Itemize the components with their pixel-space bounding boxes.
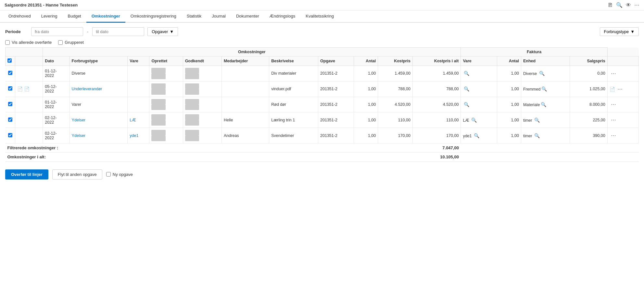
row4-actions[interactable]: ⋯ (607, 112, 638, 128)
row2-enhed-search-icon[interactable]: 🔍 (540, 86, 548, 92)
select-all-header[interactable] (6, 56, 15, 66)
col-medarbejder: Medarbejder (222, 56, 269, 66)
row2-doc-icon[interactable]: 📄 (17, 86, 23, 92)
col-salgspris: Salgspris (570, 56, 607, 66)
row1-enhed-search-icon[interactable]: 🔍 (538, 70, 546, 76)
forbrugstype-chevron-icon: ▼ (630, 29, 635, 34)
row5-forbrugstype-link[interactable]: Ydelser (72, 133, 85, 138)
more-icon[interactable]: ⋯ (634, 2, 639, 8)
row4-vare-search-icon[interactable]: 🔍 (470, 117, 478, 123)
grupperet-checkbox[interactable] (58, 40, 63, 45)
tab-journal[interactable]: Journal (207, 10, 231, 23)
row2-forbrugstype-link[interactable]: Underleverandør (72, 87, 102, 91)
row4-forbrugstype-link[interactable]: Ydelser (72, 118, 85, 122)
row3-checkbox[interactable] (8, 102, 12, 106)
row5-enhed-search-icon[interactable]: 🔍 (533, 133, 541, 139)
row5-beskrivelse: Svendetimer (269, 128, 318, 143)
tab-statistik[interactable]: Statistik (182, 10, 207, 23)
row1-faktura-enhed: Diverse 🔍 (521, 66, 570, 81)
tab-bar: Ordrehoved Levering Budget Omkostninger … (0, 10, 644, 23)
document-icon[interactable]: 🖹 (608, 2, 613, 8)
row2-kostpris-ialt: 788,00 (412, 81, 461, 97)
row1-vare-search-icon[interactable]: 🔍 (463, 70, 470, 76)
transfer-btn[interactable]: Overfør til linjer (5, 169, 48, 179)
col-faktura-vare: Vare (461, 56, 497, 66)
col-header-row: Dato Forbrugstype Vare Oprettet Godkendt… (6, 56, 639, 66)
row4-icons (15, 112, 43, 128)
grupperet-checkbox-label[interactable]: Grupperet (58, 40, 84, 45)
row1-checkbox-cell[interactable] (6, 66, 15, 81)
eye-icon[interactable]: 👁 (626, 2, 631, 8)
row2-pdf-icon[interactable]: 📄 (24, 86, 30, 92)
tab-aendringslogs[interactable]: Ændringslogs (264, 10, 301, 23)
row2-faktura-enhed: Fremmed🔍 (521, 81, 570, 97)
row3-forbrugstype: Varer (69, 97, 128, 112)
move-btn[interactable]: Flyt til anden opgave (52, 169, 102, 179)
fra-dato-input[interactable] (31, 27, 83, 36)
row2-vare-search-icon[interactable]: 🔍 (463, 86, 470, 92)
row3-enhed-search-icon[interactable]: 🔍 (540, 102, 547, 107)
row2-vare (128, 81, 149, 97)
forbrugstype-dropdown[interactable]: Forbrugstype ▼ (600, 27, 639, 36)
row3-more-btn[interactable]: ⋯ (610, 101, 617, 107)
row1-more-btn[interactable]: ⋯ (610, 70, 617, 77)
new-task-label: Ny opgave (113, 172, 133, 177)
row4-enhed-search-icon[interactable]: 🔍 (533, 117, 541, 123)
row4-vare-link[interactable]: LÆ (130, 118, 136, 122)
til-dato-input[interactable] (92, 27, 144, 36)
tab-dokumenter[interactable]: Dokumenter (231, 10, 264, 23)
tab-budget[interactable]: Budget (63, 10, 86, 23)
row3-godkendt: BlurredBlurred (183, 97, 221, 112)
row3-checkbox-cell[interactable] (6, 97, 15, 112)
vis-allerede-checkbox-label[interactable]: Vis allerede overførte (5, 40, 52, 45)
col-dato: Dato (43, 56, 69, 66)
row2-kostpris: 788,00 (378, 81, 413, 97)
search-document-icon[interactable]: 🔍 (616, 2, 623, 8)
row3-vare-search-icon[interactable]: 🔍 (463, 102, 470, 107)
row3-actions[interactable]: ⋯ (607, 97, 638, 112)
row5-checkbox[interactable] (8, 133, 12, 137)
row1-actions[interactable]: ⋯ (607, 66, 638, 81)
row2-antal: 1,00 (354, 81, 378, 97)
tab-ordrehoved[interactable]: Ordrehoved (3, 10, 36, 23)
row4-more-btn[interactable]: ⋯ (610, 117, 617, 123)
row2-checkbox[interactable] (8, 86, 12, 91)
row2-actions[interactable]: 📄 ⋯ (607, 81, 638, 97)
tab-omkostninger[interactable]: Omkostninger (86, 10, 125, 23)
row3-icons (15, 97, 43, 112)
periode-label: Periode (5, 29, 28, 34)
new-task-checkbox-label[interactable]: Ny opgave (106, 172, 133, 177)
filtered-value: 7.047,00 (412, 143, 461, 152)
opgaver-dropdown[interactable]: Opgaver ▼ (147, 27, 178, 36)
row4-checkbox[interactable] (8, 117, 12, 122)
col-godkendt: Godkendt (183, 56, 221, 66)
row5-vare-search-icon[interactable]: 🔍 (473, 133, 480, 139)
table-row: 02-12-2022 Ydelser yde1 BlurredBlurred B… (6, 128, 639, 143)
group-header-faktura: Faktura (461, 48, 607, 56)
content-area: Periode - Opgaver ▼ Forbrugstype ▼ Vis a… (0, 23, 644, 187)
row5-vare-link[interactable]: yde1 (130, 133, 138, 138)
row2-checkbox-cell[interactable] (6, 81, 15, 97)
row5-faktura-enhed: timer 🔍 (521, 128, 570, 143)
row3-kostpris: 4.520,00 (378, 97, 413, 112)
col-faktura-antal: Antal (497, 56, 521, 66)
row1-checkbox[interactable] (8, 71, 12, 75)
new-task-checkbox[interactable] (106, 172, 111, 177)
row5-checkbox-cell[interactable] (6, 128, 15, 143)
select-all-checkbox[interactable] (7, 58, 12, 63)
row5-dato: 02-12-2022 (43, 128, 69, 143)
row1-faktura-vare: 🔍 (461, 66, 497, 81)
row4-dato: 02-12-2022 (43, 112, 69, 128)
col-faktura-enhed: Enhed (521, 56, 570, 66)
tab-levering[interactable]: Levering (36, 10, 63, 23)
row2-more-btn[interactable]: ⋯ (616, 86, 624, 92)
row2-faktura-vare: 🔍 (461, 81, 497, 97)
row2-doc-attach-icon[interactable]: 📄 (610, 87, 615, 92)
row2-godkendt: BlurredBlurred (183, 81, 221, 97)
tab-kvalitetssikring[interactable]: Kvalitetssikring (300, 10, 339, 23)
row5-actions[interactable]: ⋯ (607, 128, 638, 143)
row5-more-btn[interactable]: ⋯ (610, 132, 617, 139)
vis-allerede-checkbox[interactable] (5, 40, 10, 45)
tab-omkostningsregistrering[interactable]: Omkostningsregistrering (125, 10, 182, 23)
row4-checkbox-cell[interactable] (6, 112, 15, 128)
